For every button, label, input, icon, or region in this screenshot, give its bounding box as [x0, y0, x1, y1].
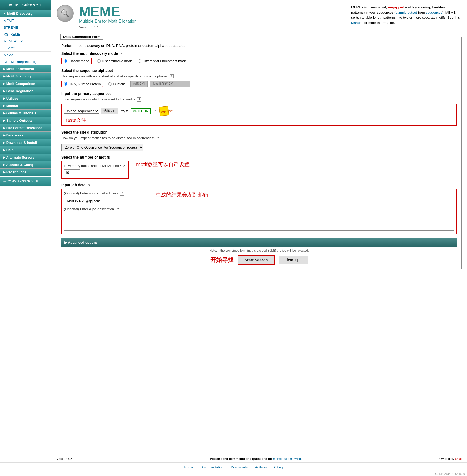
discovery-mode-section: Select the motif discovery mode ? Classi… — [61, 51, 457, 64]
discriminative-mode-option[interactable]: Discriminative mode — [97, 59, 133, 63]
motif-count-input[interactable]: 10 — [64, 169, 80, 176]
advanced-options-section[interactable]: Advanced options — [61, 238, 457, 247]
footer-link-documentation[interactable]: Documentation — [201, 465, 223, 469]
clear-input-button[interactable]: Clear Input — [279, 256, 308, 264]
custom-alphabet-option[interactable]: Custom — [108, 82, 125, 86]
job-details-section: Input job details (Optional) Enter your … — [61, 183, 457, 234]
sidebar-section-sample-outputs[interactable]: Sample Outputs — [0, 117, 51, 124]
classic-mode-option[interactable]: Classic mode — [61, 58, 92, 64]
manual-link[interactable]: Manual — [351, 21, 362, 25]
page-wrapper: MEME Suite 5.5.1 Motif Discovery MEME ST… — [0, 0, 467, 476]
alphabet-subtitle: Use sequences with a standard alphabet o… — [61, 74, 457, 79]
sidebar-item-glam2[interactable]: GLAM2 — [0, 45, 51, 51]
discovery-mode-help-icon[interactable]: ? — [119, 52, 123, 56]
sidebar-section-manual[interactable]: Manual — [0, 102, 51, 109]
classic-mode-radio[interactable] — [64, 59, 67, 63]
seq-help-icon[interactable]: ? — [153, 109, 157, 113]
sidebar-item-xstreme[interactable]: XSTREME — [0, 31, 51, 38]
footer-email[interactable]: meme-suite@uw.edu — [273, 457, 303, 461]
sidebar-section-motif-enrichment[interactable]: Motif Enrichment — [0, 65, 51, 72]
email-field-area: (Optional) Enter your email address. ? 1… — [64, 191, 148, 204]
job-detail-box: (Optional) Enter your email address. ? 1… — [61, 189, 457, 234]
discovery-mode-options: Classic mode Discriminative mode Differe… — [61, 58, 457, 64]
sidebar-section-help[interactable]: Help — [0, 146, 51, 154]
header-description: MEME discovers novel, ungapped motifs (r… — [351, 5, 462, 25]
desc-help-icon[interactable]: ? — [116, 207, 120, 211]
sidebar-section-utilities[interactable]: Utilities — [0, 95, 51, 102]
dna-rna-protein-option[interactable]: DNA, RNA or Protein — [61, 81, 103, 87]
differential-mode-option[interactable]: Differential Enrichment mode — [138, 59, 187, 63]
motif-count-help-icon[interactable]: ? — [122, 164, 126, 168]
sidebar-section-recent-jobs[interactable]: Recent Jobs — [0, 168, 51, 176]
sidebar-item-streme[interactable]: STREME — [0, 24, 51, 31]
sidebar-section-motif-scanning[interactable]: Motif Scanning — [0, 72, 51, 80]
upload-sequences-select[interactable]: Upload sequences — [64, 109, 99, 114]
primary-sequences-subtitle: Enter sequences in which you want to fin… — [61, 97, 457, 102]
content-area: MEME Multiple Em for Motif Elicitation V… — [51, 0, 467, 462]
button-row: 开始寻找 Start Search Clear Input — [61, 255, 457, 265]
sidebar-section-download[interactable]: Download & Install — [0, 139, 51, 146]
email-help-icon[interactable]: ? — [120, 192, 124, 196]
sidebar-section-motif-discovery[interactable]: Motif Discovery — [0, 10, 51, 17]
sidebar-section-gene-regulation[interactable]: Gene Regulation — [0, 87, 51, 95]
header-title-area: MEME Multiple Em for Motif Elicitation V… — [79, 5, 137, 29]
sidebar-section-databases[interactable]: Databases — [0, 131, 51, 139]
sample-output-link[interactable]: sample output — [395, 11, 417, 14]
email-row: (Optional) Enter your email address. ? 1… — [64, 191, 454, 204]
desc-field-area: (Optional) Enter a job description. ? — [64, 207, 454, 232]
app-version: Version 5.5.1 — [79, 25, 99, 29]
footer-link-home[interactable]: Home — [184, 465, 193, 469]
footer-opal[interactable]: Opal — [455, 457, 462, 461]
custom-alphabet-radio[interactable] — [108, 82, 112, 86]
logo-icon — [57, 5, 74, 22]
sidebar-section-authors[interactable]: Authors & Citing — [0, 161, 51, 168]
discovery-mode-title: Select the motif discovery mode ? — [61, 51, 457, 56]
app-title: MEME — [79, 5, 120, 18]
footer-version: Version 5.5.1 — [57, 457, 75, 461]
email-annotation: 生成的结果会发到邮箱 — [156, 191, 208, 198]
alphabet-help-icon[interactable]: ? — [170, 74, 174, 78]
motif-count-annotation: motif数量可以自己设置 — [136, 161, 190, 168]
fasta-annotation: fasta文件 — [66, 117, 454, 123]
custom-file-area: 选择文件 未选择任何文件 — [130, 81, 190, 87]
email-input[interactable]: 1499350793@qq.com — [64, 198, 148, 204]
site-dist-help-icon[interactable]: ? — [156, 136, 160, 140]
sidebar-section-guides[interactable]: Guides & Tutorials — [0, 109, 51, 117]
differential-mode-radio[interactable] — [138, 59, 141, 63]
sequences-link[interactable]: sequences — [426, 11, 442, 14]
alphabet-title: Select the sequence alphabet — [61, 68, 457, 73]
prev-version-link[interactable]: ⇦ Previous version 5.5.0 — [3, 179, 38, 183]
sidebar-prev-version[interactable]: ⇦ Previous version 5.5.0 — [0, 177, 51, 186]
site-distribution-subtitle: How do you expect motif sites to be dist… — [61, 136, 457, 140]
dna-rna-protein-label: DNA, RNA or Protein — [69, 82, 101, 86]
sidebar-section-alternate-servers[interactable]: Alternate Servers — [0, 154, 51, 161]
sidebar-section-motif-comparison[interactable]: Motif Comparison — [0, 80, 51, 87]
custom-file-choose-btn[interactable]: 选择文件 — [130, 81, 148, 87]
site-distribution-select[interactable]: Zero or One Occurrence Per Sequence (zoo… — [61, 144, 143, 151]
sidebar-item-meme[interactable]: MEME — [0, 17, 51, 24]
header-desc-final: for more information. — [362, 21, 395, 25]
sidebar-item-meme-chip[interactable]: MEME-ChIP — [0, 38, 51, 45]
form-area: Data Submission Form Perform motif disco… — [51, 32, 467, 455]
desc-textarea[interactable] — [64, 215, 454, 231]
protein-badge: Protein — [131, 108, 151, 114]
footer-link-citing[interactable]: Citing — [274, 465, 283, 469]
seq-input-box: Upload sequences 选择文件 my.fa Protein ? Im… — [61, 104, 457, 126]
footer-link-authors[interactable]: Authors — [255, 465, 267, 469]
footer-link-downloads[interactable]: Downloads — [231, 465, 248, 469]
header-desc-from: from — [417, 11, 426, 14]
primary-seq-help-icon[interactable]: ? — [137, 97, 141, 102]
footer-contact-pre: Please send comments and questions to: — [210, 457, 273, 461]
sidebar-section-file-format[interactable]: File Format Reference — [0, 124, 51, 131]
sidebar: MEME Suite 5.5.1 Motif Discovery MEME ST… — [0, 0, 51, 462]
sidebar-item-momo[interactable]: MoMo — [0, 51, 51, 58]
header: MEME Multiple Em for Motif Elicitation V… — [51, 0, 467, 32]
seq-file-choose-btn[interactable]: 选择文件 — [101, 108, 118, 114]
start-search-button[interactable]: Start Search — [238, 255, 275, 265]
main-layout: MEME Suite 5.5.1 Motif Discovery MEME ST… — [0, 0, 467, 462]
classic-mode-label: Classic mode — [69, 59, 89, 63]
dna-rna-protein-radio[interactable] — [64, 82, 67, 86]
discriminative-mode-radio[interactable] — [97, 59, 101, 63]
sidebar-item-dreme[interactable]: DREME (deprecated) — [0, 58, 51, 65]
header-desc-pre: MEME discovers novel, — [351, 5, 388, 9]
